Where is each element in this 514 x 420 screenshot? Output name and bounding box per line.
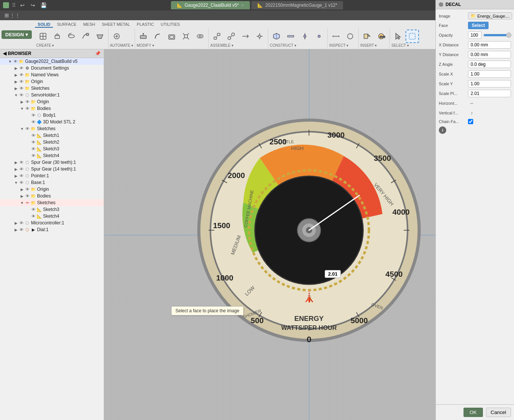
- tree-spur14[interactable]: ▶ 👁 ⬡ Spur Gear (14 teeth):1: [0, 166, 104, 172]
- play-icon[interactable]: ▶: [31, 227, 36, 232]
- tree-origin1[interactable]: ▶ 👁 📁 Origin: [0, 78, 104, 85]
- eye-icon13[interactable]: 👁: [31, 140, 36, 145]
- toggle-doc[interactable]: ▶: [13, 66, 19, 70]
- toggle-bodies1[interactable]: ▼: [19, 107, 25, 111]
- tab-sheet-metal[interactable]: SHEET METAL: [99, 22, 133, 28]
- midplane-btn[interactable]: [284, 30, 297, 43]
- decal-info-icon[interactable]: i: [439, 126, 446, 134]
- toggle-browser-icon[interactable]: ◀: [3, 51, 6, 56]
- tab-inactive[interactable]: 📐 2022150mmMagneticGauge_1 v12*: [251, 1, 343, 9]
- eye-icon16[interactable]: 👁: [19, 160, 24, 165]
- eye-icon24[interactable]: 👁: [19, 220, 24, 226]
- tree-sketch4b[interactable]: 👁 📐 Sketch4: [0, 213, 104, 220]
- toggle-namedviews[interactable]: ▶: [13, 73, 19, 77]
- decal-scalepl-value[interactable]: 2.01: [468, 90, 511, 97]
- insert-decal-btn[interactable]: [360, 30, 374, 43]
- tree-sketch4[interactable]: 👁 📐 Sketch4: [0, 152, 104, 159]
- eye-icon[interactable]: 👁: [13, 59, 18, 64]
- insert-svg-btn[interactable]: SVG: [374, 30, 388, 43]
- decal-chain-checkbox[interactable]: [468, 119, 473, 124]
- tab-surface[interactable]: SURFACE: [54, 22, 79, 28]
- toggle-bodies2[interactable]: ▶: [19, 194, 25, 198]
- tab-close-btn[interactable]: ✕: [241, 3, 244, 7]
- scale-btn[interactable]: [179, 30, 193, 43]
- tree-bodies1[interactable]: ▼ 👁 📁 Bodies: [0, 105, 104, 112]
- tree-pointer[interactable]: ▶ 👁 ⬡ Pointer:1: [0, 172, 104, 179]
- shell-btn[interactable]: [165, 30, 178, 43]
- tree-stl2[interactable]: 👁 🔷 3D Model STL 2: [0, 119, 104, 125]
- tree-sketch2[interactable]: 👁 📐 Sketch2: [0, 139, 104, 145]
- extrude-btn[interactable]: [51, 30, 64, 43]
- new-component-btn[interactable]: [36, 30, 50, 43]
- decal-select-btn[interactable]: Select: [468, 22, 489, 29]
- drive-joint-btn[interactable]: [239, 30, 252, 43]
- decal-zangle-value[interactable]: 0.0 deg: [468, 61, 511, 68]
- decal-scalex-value[interactable]: 1.00: [468, 70, 511, 78]
- opacity-slider-handle[interactable]: [506, 33, 511, 38]
- assemble-btn2[interactable]: [224, 30, 238, 43]
- select-tool-btn[interactable]: [391, 30, 405, 43]
- opacity-slider-container[interactable]: [484, 34, 511, 36]
- eye-icon14[interactable]: 👁: [31, 146, 36, 151]
- decal-vert-btn[interactable]: ↕: [468, 109, 475, 117]
- tree-sketch1[interactable]: 👁 📐 Sketch1: [0, 132, 104, 139]
- eye-icon9[interactable]: 👁: [31, 113, 36, 118]
- toggle-pointer[interactable]: ▶: [13, 174, 19, 178]
- eye-icon6[interactable]: 👁: [19, 92, 24, 98]
- toggle-origin2[interactable]: ▶: [19, 100, 25, 104]
- eye-icon25[interactable]: 👁: [19, 227, 24, 232]
- eye-icon20[interactable]: 👁: [25, 187, 30, 192]
- tree-bodies2[interactable]: ▶ 👁 📁 Bodies: [0, 193, 104, 199]
- create-label[interactable]: CREATE ▾: [36, 43, 107, 47]
- tab-utilities[interactable]: UTILITIES: [157, 22, 183, 28]
- box-select-btn[interactable]: [406, 30, 419, 43]
- tab-active[interactable]: 📐 Gauge2022_ClaatBuild v5* ✕: [171, 1, 250, 9]
- decal-xdist-value[interactable]: 0.00 mm: [468, 41, 511, 49]
- combine-btn[interactable]: [193, 30, 207, 43]
- sweep-btn[interactable]: [79, 30, 92, 43]
- point-btn[interactable]: [312, 30, 326, 43]
- automate-label[interactable]: AUTOMATE ▾: [110, 43, 133, 47]
- insert-label[interactable]: INSERT ▾: [360, 43, 388, 47]
- toggle-spur30[interactable]: ▶: [13, 160, 19, 165]
- redo-icon[interactable]: ↪: [29, 1, 37, 9]
- decal-image-btn[interactable]: 📁 Energy_Gauge....: [468, 12, 512, 19]
- tree-doc-settings[interactable]: ▶ 👁 ⚙ Document Settings: [0, 65, 104, 71]
- toggle-servo[interactable]: ▼: [13, 93, 19, 97]
- tab-plastic[interactable]: PLASTIC: [134, 22, 157, 28]
- revolve-btn[interactable]: [65, 30, 78, 43]
- tree-base[interactable]: ▼ 👁 ⬡ Base:1: [0, 179, 104, 186]
- toggle-origin1[interactable]: ▶: [13, 80, 19, 84]
- toggle-sketches3[interactable]: ▼: [19, 201, 25, 205]
- offset-plane-btn[interactable]: [270, 30, 283, 43]
- toggle-dial[interactable]: ▶: [13, 228, 19, 232]
- decal-horiz-btn[interactable]: ↔: [468, 99, 475, 107]
- toggle-spur14[interactable]: ▶: [13, 167, 19, 171]
- tree-spur30[interactable]: ▶ 👁 ⬡ Spur Gear (30 teeth):1: [0, 159, 104, 166]
- decal-scaley-value[interactable]: 1.00: [468, 80, 511, 88]
- save-icon[interactable]: 💾: [40, 1, 47, 9]
- tree-micro[interactable]: ▶ 👁 ⬡ Microcontroller:1: [0, 220, 104, 226]
- toggle-origin3[interactable]: ▶: [19, 187, 25, 191]
- eye-icon3[interactable]: 👁: [19, 72, 24, 77]
- eye-icon7[interactable]: 👁: [25, 99, 30, 104]
- eye-icon10[interactable]: 👁: [31, 119, 36, 125]
- eye-icon23[interactable]: 👁: [31, 214, 36, 219]
- toggle-base[interactable]: ▼: [13, 181, 19, 185]
- toggle-sketches1[interactable]: ▶: [13, 86, 19, 91]
- browser-pin-icon[interactable]: 📌: [95, 51, 101, 56]
- decal-ok-btn[interactable]: OK: [463, 408, 483, 417]
- tree-servo[interactable]: ▼ 👁 ⬡ ServoHolder:1: [0, 92, 104, 98]
- tree-sketch3b[interactable]: 👁 📐 Sketch3: [0, 206, 104, 213]
- eye-icon12[interactable]: 👁: [31, 133, 36, 138]
- tree-body1[interactable]: 👁 ⬡ Body1: [0, 112, 104, 119]
- undo-icon[interactable]: ↩: [19, 1, 26, 9]
- tree-origin3[interactable]: ▶ 👁 📁 Origin: [0, 186, 104, 193]
- measure-btn[interactable]: [329, 30, 343, 43]
- eye-icon22[interactable]: 👁: [31, 207, 36, 212]
- eye-icon11[interactable]: 👁: [25, 126, 30, 131]
- eye-icon21[interactable]: 👁: [25, 193, 30, 199]
- grid-icon[interactable]: ⊞: [3, 12, 10, 19]
- eye-icon17[interactable]: 👁: [19, 166, 24, 172]
- decal-ydist-value[interactable]: 0.00 mm: [468, 51, 511, 58]
